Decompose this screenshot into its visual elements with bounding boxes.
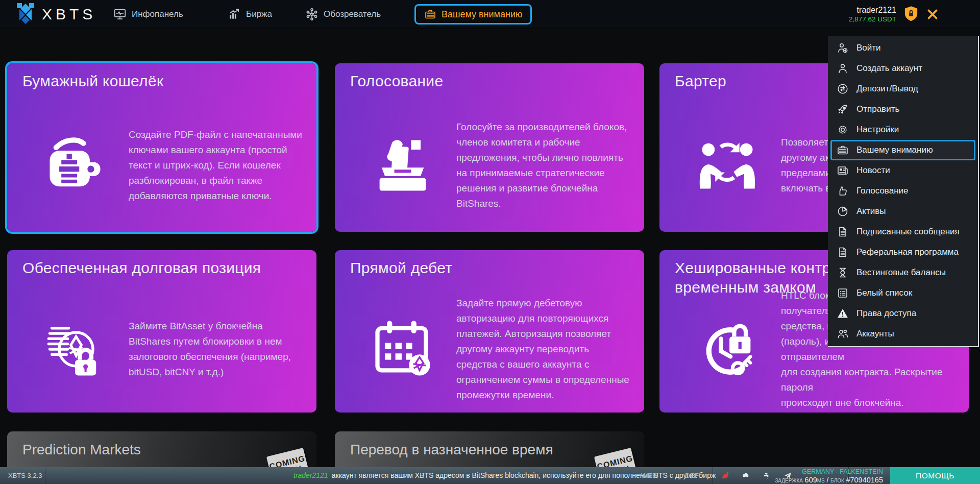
latency-block-info: ЗАДЕРЖКА 609MS / БЛОК #70940165: [775, 476, 883, 484]
card-text: Задайте прямую дебетовую авторизацию для…: [456, 296, 632, 403]
menu-item-accounts[interactable]: Аккаунты: [828, 324, 978, 344]
node-location: GERMANY - FALKENSTEIN: [775, 468, 883, 476]
latency-label: ЗАДЕРЖКА: [775, 478, 803, 483]
card-paper-wallet[interactable]: Бумажный кошелёк Создайте PDF-файл с нап…: [7, 63, 316, 232]
separator: /: [826, 476, 828, 484]
card-title: Перевод в назначенное время: [350, 442, 553, 458]
cloud-download-icon[interactable]: [742, 471, 750, 480]
menu-item-news[interactable]: Новости: [828, 160, 978, 181]
menu-item-label: Белый список: [856, 288, 912, 298]
permissions-warning-icon: [837, 307, 849, 320]
nav-item-explorer[interactable]: Обозреватель: [305, 0, 381, 29]
menu-item-voting[interactable]: Голосование: [828, 181, 978, 201]
menu-item-label: Подписанные сообщения: [856, 227, 960, 237]
brand-name: XBTS: [42, 6, 96, 23]
nav-item-label: Биржа: [246, 9, 272, 19]
barter-people-icon: [674, 132, 781, 199]
menu-item-label: Активы: [856, 206, 886, 216]
divider: [713, 467, 713, 484]
vesting-hourglass-icon: [837, 267, 849, 279]
wallet-lock-shield-icon[interactable]: [903, 6, 919, 23]
menu-item-create-account[interactable]: Создать аккаунт: [828, 58, 978, 79]
app-screen: XBTS Инфопанель Биржа: [0, 0, 980, 484]
menu-item-label: Вестинговые балансы: [856, 268, 946, 278]
nav-item-label: Вашему вниманию: [442, 9, 522, 20]
menu-item-signed-messages[interactable]: Подписанные сообщения: [828, 222, 978, 242]
menu-item-label: Вашему вниманию: [856, 145, 933, 155]
brand-logo[interactable]: XBTS: [14, 3, 96, 26]
ballot-box-icon: [349, 132, 456, 199]
account-note-text: аккаунт является вашим XBTS адресом в Bi…: [332, 471, 716, 479]
whitelist-icon: [837, 287, 849, 299]
menu-item-label: Права доступа: [856, 308, 916, 319]
top-nav: XBTS Инфопанель Биржа: [0, 0, 980, 29]
menu-item-referral-program[interactable]: Реферальная программа: [828, 242, 978, 262]
hot-pepper-icon[interactable]: [721, 471, 729, 480]
paper-wallet-icon: [21, 132, 129, 199]
help-button[interactable]: ПОМОЩЬ: [890, 467, 980, 484]
deposit-withdraw-icon: [837, 83, 849, 95]
exchange-chart-icon: [228, 8, 241, 21]
nav-item-label: Инфопанель: [132, 9, 183, 19]
create-account-icon: [837, 62, 849, 75]
nav-item-dashboard[interactable]: Инфопанель: [113, 0, 183, 29]
username: trader2121: [849, 5, 896, 15]
nav-item-exchange[interactable]: Биржа: [228, 0, 272, 29]
news-icon: [837, 164, 849, 177]
latency-value: 609: [805, 476, 817, 484]
menu-item-label: Реферальная программа: [856, 247, 959, 257]
xbts-logo-icon: [14, 3, 37, 26]
card-title: Обеспеченная долговая позиция: [22, 258, 304, 278]
web-link[interactable]: WEB: [641, 467, 657, 484]
menu-item-label: Создать аккаунт: [856, 63, 922, 74]
assets-pie-icon: [837, 205, 849, 217]
menu-item-settings[interactable]: Настройки: [828, 119, 978, 140]
menu-item-featured[interactable]: Вашему вниманию: [830, 140, 975, 160]
menu-item-deposit-withdraw[interactable]: Депозит/Вывод: [828, 79, 978, 99]
menu-item-whitelist[interactable]: Белый список: [828, 283, 978, 303]
briefcase-icon: [837, 144, 849, 156]
send-rocket-icon: [837, 103, 849, 115]
close-icon[interactable]: [926, 8, 939, 21]
card-collateral-position[interactable]: Обеспеченная долговая позиция Займите Bi…: [7, 250, 316, 413]
menu-item-label: Настройки: [856, 125, 899, 135]
collateral-lock-icon: [21, 316, 129, 383]
block-label: БЛОК: [830, 478, 844, 483]
accounts-people-icon: [837, 328, 849, 340]
card-voting[interactable]: Голосование Голосуйте за производителей …: [335, 63, 644, 232]
account-area: trader2121 2,877.62 USDT: [849, 0, 939, 29]
menu-item-label: Отправить: [856, 104, 899, 114]
defi-link[interactable]: DEFI: [685, 467, 701, 484]
balance: 2,877.62 USDT: [849, 15, 896, 24]
latency-unit: MS: [817, 478, 825, 483]
briefcase-icon: [424, 8, 436, 20]
menu-item-label: Новости: [856, 165, 890, 176]
menu-item-send[interactable]: Отправить: [828, 99, 978, 119]
login-icon: [837, 42, 849, 54]
account-dropdown-menu: Войти Создать аккаунт Депозит/Вывод Отпр…: [828, 36, 979, 347]
app-version: XBTS 3.2.3: [8, 467, 42, 484]
card-title: Prediction Markets: [22, 442, 141, 458]
card-title: Прямой дебет: [350, 258, 632, 278]
menu-item-vesting-balances[interactable]: Вестинговые балансы: [828, 262, 978, 283]
nav-item-featured[interactable]: Вашему вниманию: [414, 4, 532, 25]
user-info[interactable]: trader2121 2,877.62 USDT: [849, 5, 896, 24]
card-text: Голосуйте за производителей блоков, член…: [456, 119, 632, 211]
card-text: Создайте PDF-файл с напечатанными ключам…: [129, 127, 304, 204]
signed-messages-icon: [837, 226, 849, 238]
card-title: Голосование: [350, 71, 632, 91]
menu-item-label: Войти: [856, 43, 881, 53]
menu-item-label: Голосование: [856, 186, 909, 196]
divider: [45, 467, 45, 484]
htlc-clock-lock-icon: [674, 316, 781, 383]
direct-debit-calendar-icon: [349, 316, 456, 383]
referral-program-icon: [837, 246, 849, 258]
status-account-name[interactable]: trader2121: [293, 471, 328, 479]
menu-item-login[interactable]: Войти: [828, 38, 978, 58]
menu-item-permissions[interactable]: Права доступа: [828, 303, 978, 324]
menu-item-assets[interactable]: Активы: [828, 201, 978, 222]
faucet-icon[interactable]: [763, 471, 771, 480]
card-direct-debit[interactable]: Прямой дебет Задайте прямую дебетовую ав…: [335, 250, 644, 413]
menu-item-label: Депозит/Вывод: [856, 84, 918, 94]
card-text: Займите BitAsset у блокчейна BitShares п…: [129, 319, 304, 380]
